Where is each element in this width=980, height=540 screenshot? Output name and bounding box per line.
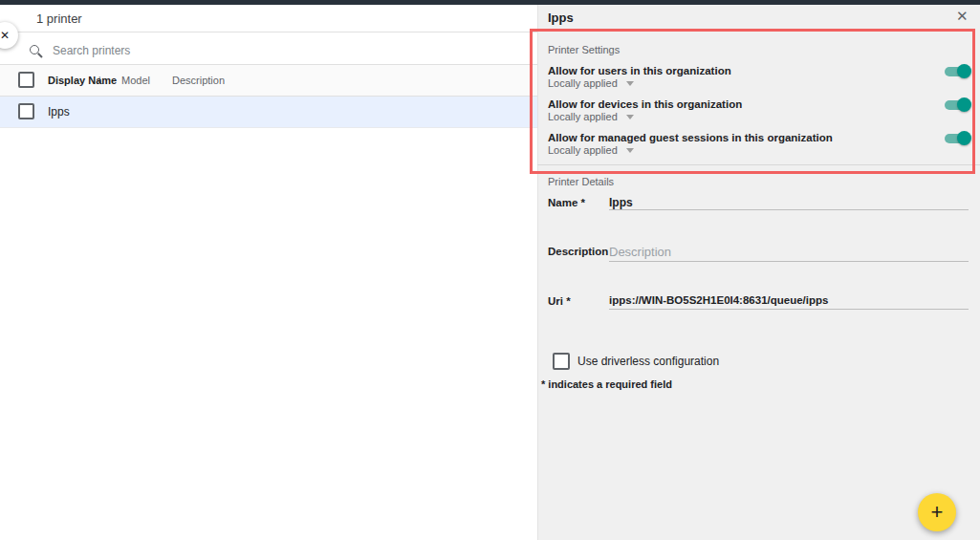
driverless-checkbox[interactable] bbox=[553, 353, 570, 370]
name-field-label: Name * bbox=[548, 197, 585, 208]
row-checkbox[interactable] bbox=[18, 103, 34, 119]
printers-admin-page: 1 printer ✕ Search printers Display Name… bbox=[0, 0, 980, 540]
plus-icon: + bbox=[931, 500, 944, 525]
scope-text: Locally applied bbox=[548, 111, 618, 122]
scope-text: Locally applied bbox=[548, 144, 618, 156]
allow-guest-sessions-toggle[interactable] bbox=[945, 131, 969, 145]
printer-details-heading: Printer Details bbox=[548, 176, 614, 187]
chevron-down-icon bbox=[626, 81, 634, 86]
description-field-label: Description bbox=[548, 246, 608, 257]
name-field-input[interactable]: Ipps bbox=[609, 196, 633, 209]
table-row[interactable] bbox=[0, 97, 537, 127]
driverless-checkbox-label: Use driverless configuration bbox=[577, 355, 719, 368]
name-field-underline bbox=[609, 209, 969, 210]
toggle-thumb bbox=[957, 97, 971, 112]
description-field-underline bbox=[609, 261, 969, 262]
toggle-thumb bbox=[957, 64, 971, 78]
uri-field-underline bbox=[609, 309, 969, 310]
allow-devices-label: Allow for devices in this organization bbox=[548, 98, 742, 110]
toggle-thumb bbox=[957, 131, 971, 145]
allow-users-label: Allow for users in this organization bbox=[548, 65, 731, 76]
panel-close-button[interactable]: ✕ bbox=[956, 8, 969, 25]
allow-users-toggle[interactable] bbox=[945, 64, 969, 78]
search-input[interactable]: Search printers bbox=[53, 44, 130, 57]
sort-descending-icon[interactable]: ↓ bbox=[97, 73, 102, 86]
section-divider bbox=[537, 164, 980, 165]
toolbar-divider bbox=[0, 32, 537, 32]
column-header-model[interactable]: Model bbox=[121, 75, 150, 86]
column-header-display-name[interactable]: Display Name bbox=[48, 75, 117, 86]
allow-devices-toggle[interactable] bbox=[945, 97, 969, 112]
add-printer-fab[interactable]: + bbox=[918, 493, 956, 531]
uri-field-label: Uri * bbox=[548, 295, 571, 307]
search-icon bbox=[30, 45, 39, 54]
row-printer-name[interactable]: Ipps bbox=[48, 105, 70, 119]
scope-text: Locally applied bbox=[548, 77, 618, 89]
allow-guest-sessions-scope[interactable]: Locally applied bbox=[548, 144, 634, 156]
description-field-input[interactable]: Description bbox=[609, 245, 671, 259]
close-icon: ✕ bbox=[0, 29, 10, 42]
panel-title: Ipps bbox=[548, 11, 574, 25]
allow-devices-scope[interactable]: Locally applied bbox=[548, 111, 634, 122]
allow-guest-sessions-label: Allow for managed guest sessions in this… bbox=[548, 132, 833, 143]
printer-count-label: 1 printer bbox=[36, 11, 82, 26]
allow-users-scope[interactable]: Locally applied bbox=[548, 77, 634, 89]
printer-settings-heading: Printer Settings bbox=[548, 44, 620, 55]
row-divider bbox=[0, 127, 537, 128]
uri-field-input[interactable]: ipps://WIN-BO5S2H1E0I4:8631/queue/ipps bbox=[609, 294, 828, 306]
chevron-down-icon bbox=[626, 148, 634, 153]
required-field-footnote: * indicates a required field bbox=[541, 378, 672, 390]
column-header-description[interactable]: Description bbox=[172, 75, 225, 86]
select-all-checkbox[interactable] bbox=[18, 72, 34, 88]
chevron-down-icon bbox=[626, 115, 634, 119]
